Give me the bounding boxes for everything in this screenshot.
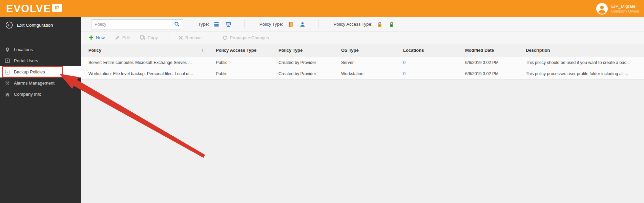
sidebar-item-label: Company Info	[14, 92, 41, 97]
user-name: EIP_Migrate	[611, 4, 639, 9]
portal-user-icon	[5, 58, 10, 64]
edit-button[interactable]: Edit	[115, 35, 130, 40]
cell-locations: 0	[400, 68, 462, 79]
evolveip-logo: EVOLVE IP	[6, 2, 62, 16]
cell-os-type: Server	[338, 57, 400, 68]
policy-search-input[interactable]	[95, 22, 172, 27]
cell-policy-type: Created by Provider	[275, 68, 338, 79]
alarm-icon	[5, 81, 10, 86]
main-content: Type:	[81, 17, 644, 203]
provider-policy-icon[interactable]	[286, 20, 295, 29]
private-lock-icon[interactable]	[375, 20, 384, 29]
propagate-changes-label: Propagate Changes	[230, 35, 269, 40]
column-header-policy-access-type[interactable]: Policy Access Type	[212, 44, 275, 57]
sidebar: Exit Configuration Locations	[0, 17, 81, 203]
company-building-icon	[5, 92, 10, 97]
cell-modified-date: 6/6/2019 3:02 PM	[462, 57, 522, 68]
server-type-icon[interactable]	[212, 20, 221, 29]
location-pin-icon	[5, 47, 10, 52]
cell-policy: Server: Entire computer. Microsoft Excha…	[81, 57, 212, 68]
cell-description: This policy should be used if you want t…	[522, 57, 644, 68]
column-header-modified-date[interactable]: Modified Date	[462, 44, 522, 57]
cell-access-type: Public	[212, 57, 275, 68]
remove-button-label: Remove	[185, 35, 202, 40]
type-filter-group: Type:	[198, 20, 233, 29]
column-header-locations[interactable]: Locations	[400, 44, 462, 57]
column-header-policy[interactable]: Policy ↑	[81, 44, 212, 57]
pencil-icon	[115, 35, 120, 40]
public-lock-icon[interactable]	[387, 20, 396, 29]
cell-modified-date: 6/6/2019 3:02 PM	[462, 68, 522, 79]
cell-os-type: Workstation	[338, 68, 400, 79]
edit-button-label: Edit	[122, 35, 130, 40]
user-policy-icon[interactable]	[298, 20, 307, 29]
workstation-type-icon[interactable]	[224, 20, 233, 29]
policy-type-filter-label: Policy Type:	[259, 22, 283, 27]
magnifier-icon[interactable]	[174, 21, 180, 27]
new-button[interactable]: New	[89, 35, 105, 40]
sidebar-item-locations[interactable]: Locations	[0, 44, 81, 55]
back-arrow-icon	[5, 21, 13, 29]
cell-locations: 0	[400, 57, 462, 68]
sidebar-item-alarms-management[interactable]: Alarms Management	[0, 77, 81, 89]
toolbar-separator	[168, 35, 168, 41]
policy-type-filter-group: Policy Type:	[259, 20, 307, 29]
copy-button[interactable]: Copy	[140, 35, 158, 40]
sidebar-item-label: Locations	[14, 47, 33, 52]
logo-ip-bubble: IP	[52, 4, 62, 12]
sidebar-item-label: Portal Users	[14, 58, 38, 63]
remove-button[interactable]: Remove	[179, 35, 202, 40]
access-type-filter-group: Policy Access Type:	[334, 20, 396, 29]
exit-configuration-label: Exit Configuration	[17, 23, 53, 28]
sidebar-item-company-info[interactable]: Company Info	[0, 89, 81, 100]
user-role: Company Owner	[611, 9, 639, 14]
filter-separator	[244, 20, 245, 28]
x-icon	[179, 36, 183, 40]
toolbar-separator	[212, 35, 212, 41]
exit-configuration-button[interactable]: Exit Configuration	[0, 17, 81, 33]
sidebar-item-label: Backup Policies	[14, 69, 45, 74]
user-info: EIP_Migrate Company Owner	[611, 4, 639, 14]
propagate-changes-button[interactable]: Propagate Changes	[222, 35, 269, 40]
refresh-icon	[222, 35, 227, 40]
cell-access-type: Public	[212, 68, 275, 79]
filter-bar: Type:	[81, 17, 644, 31]
app-window: EVOLVE IP EIP_Migrate Company Owner	[0, 0, 644, 203]
locations-count-link[interactable]: 0	[403, 60, 406, 65]
filter-separator	[318, 20, 319, 28]
sidebar-item-label: Alarms Management	[14, 81, 55, 86]
backup-policy-icon	[5, 69, 10, 75]
action-toolbar: New Edit Copy	[81, 31, 644, 44]
sidebar-nav: Locations Portal Users	[0, 44, 81, 100]
column-header-label: Policy	[88, 48, 101, 53]
table-row[interactable]: Workstation: File level backup. Personal…	[81, 68, 644, 79]
cell-description: This policy processes user profile folde…	[522, 68, 644, 79]
sidebar-item-portal-users[interactable]: Portal Users	[0, 55, 81, 66]
column-header-os-type[interactable]: OS Type	[338, 44, 400, 57]
table-row[interactable]: Server: Entire computer. Microsoft Excha…	[81, 57, 644, 68]
copy-icon	[140, 35, 145, 40]
sort-ascending-icon[interactable]: ↑	[202, 48, 204, 53]
cell-policy-type: Created by Provider	[275, 57, 338, 68]
access-type-filter-label: Policy Access Type:	[334, 22, 373, 27]
top-header: EVOLVE IP EIP_Migrate Company Owner	[0, 0, 644, 17]
column-header-policy-type[interactable]: Policy Type	[275, 44, 338, 57]
type-filter-label: Type:	[198, 22, 209, 27]
policies-table: Policy ↑ Policy Access Type Policy Type …	[81, 44, 644, 80]
new-button-label: New	[96, 35, 105, 40]
policy-search-box	[91, 19, 183, 29]
sidebar-item-backup-policies[interactable]: Backup Policies	[0, 66, 81, 77]
plus-icon	[89, 35, 94, 40]
logo-brand-text: EVOLVE	[6, 2, 51, 16]
column-header-description[interactable]: Description	[522, 44, 644, 57]
table-header-row: Policy ↑ Policy Access Type Policy Type …	[81, 44, 644, 57]
locations-count-link[interactable]: 0	[403, 71, 406, 76]
user-avatar-icon	[596, 3, 608, 15]
copy-button-label: Copy	[147, 35, 158, 40]
cell-policy: Workstation: File level backup. Personal…	[81, 68, 212, 79]
user-menu[interactable]: EIP_Migrate Company Owner	[596, 3, 641, 15]
